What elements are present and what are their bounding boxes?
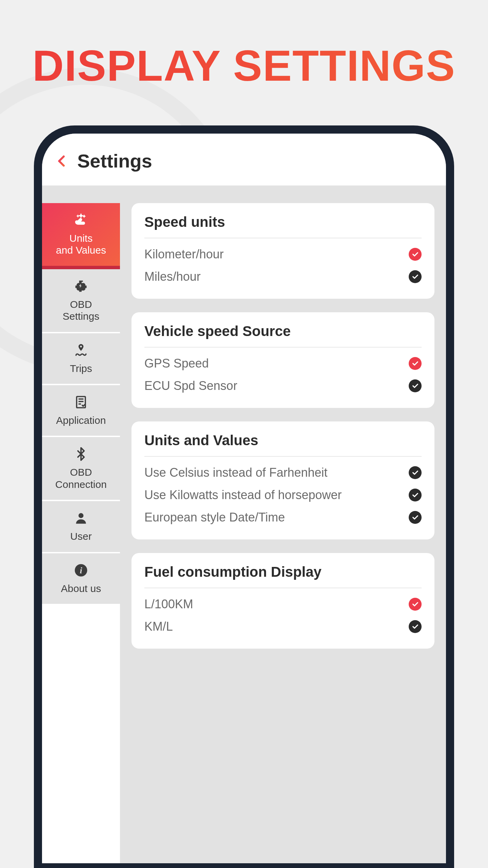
sidebar-item-label: User <box>70 530 92 542</box>
card-vehicle-speed-source: Vehicle speed Source GPS Speed ECU Spd S… <box>131 312 434 408</box>
option-label: L/100KM <box>144 597 193 611</box>
option-label: KM/L <box>144 619 173 634</box>
svg-point-4 <box>79 513 84 518</box>
check-unselected-icon <box>409 489 422 501</box>
sidebar-item-trips[interactable]: Trips <box>42 333 120 385</box>
option-label: European style Date/Time <box>144 510 285 525</box>
check-selected-icon <box>409 357 422 370</box>
sidebar-item-obd-connection[interactable]: OBDConnection <box>42 437 120 501</box>
sidebar-item-label: Trips <box>70 362 92 374</box>
person-icon <box>74 511 88 526</box>
option-gps-speed[interactable]: GPS Speed <box>144 352 422 375</box>
option-miles-hour[interactable]: Miles/hour <box>144 265 422 288</box>
sidebar-item-label: OBDConnection <box>55 466 107 490</box>
check-unselected-icon <box>409 379 422 392</box>
phone-screen: Settings Unitsand Values <box>42 134 446 863</box>
card-speed-units: Speed units Kilometer/hour Miles/hour <box>131 203 434 299</box>
option-kilometer-hour[interactable]: Kilometer/hour <box>144 243 422 265</box>
sidebar-item-obd-settings[interactable]: OBDSettings <box>42 269 120 333</box>
option-label: Use Celsius instead of Farhenheit <box>144 466 327 480</box>
option-celsius[interactable]: Use Celsius instead of Farhenheit <box>144 461 422 484</box>
app-body: Unitsand Values OBDSettings <box>42 186 446 863</box>
card-title: Units and Values <box>144 432 422 457</box>
header-title: Settings <box>77 150 152 172</box>
sidebar-item-label: About us <box>61 583 101 594</box>
sidebar-item-label: Unitsand Values <box>56 232 106 256</box>
check-unselected-icon <box>409 466 422 479</box>
phone-frame: Settings Unitsand Values <box>34 125 454 868</box>
sidebar-item-about[interactable]: i About us <box>42 553 120 605</box>
option-km-l[interactable]: KM/L <box>144 615 422 638</box>
sidebar: Unitsand Values OBDSettings <box>42 186 120 863</box>
option-label: GPS Speed <box>144 356 209 371</box>
option-label: Use Kilowatts instead of horsepower <box>144 488 342 502</box>
sparkle-hand-icon <box>74 213 88 228</box>
option-european-date[interactable]: European style Date/Time <box>144 506 422 529</box>
route-pin-icon <box>74 343 88 358</box>
check-selected-icon <box>409 598 422 611</box>
option-kilowatts[interactable]: Use Kilowatts instead of horsepower <box>144 484 422 506</box>
engine-icon <box>74 279 88 294</box>
card-fuel-consumption: Fuel consumption Display L/100KM KM/L <box>131 553 434 649</box>
card-title: Fuel consumption Display <box>144 564 422 588</box>
sidebar-item-user[interactable]: User <box>42 501 120 553</box>
info-icon: i <box>74 563 88 578</box>
option-label: ECU Spd Sensor <box>144 379 237 393</box>
app-header: Settings <box>42 134 446 186</box>
document-check-icon <box>74 395 88 410</box>
check-unselected-icon <box>409 511 422 524</box>
sidebar-item-application[interactable]: Application <box>42 385 120 437</box>
option-ecu-spd-sensor[interactable]: ECU Spd Sensor <box>144 375 422 397</box>
page-title: DISPLAY SETTINGS <box>0 41 488 91</box>
sidebar-item-units-values[interactable]: Unitsand Values <box>42 203 120 269</box>
content-area: Speed units Kilometer/hour Miles/hour <box>120 186 446 863</box>
svg-text:i: i <box>80 566 82 575</box>
option-label: Miles/hour <box>144 270 201 284</box>
sidebar-filler <box>42 605 120 863</box>
card-title: Vehicle speed Source <box>144 323 422 348</box>
card-title: Speed units <box>144 214 422 238</box>
option-l-100km[interactable]: L/100KM <box>144 593 422 615</box>
bluetooth-icon <box>74 447 88 461</box>
sidebar-item-label: OBDSettings <box>63 298 99 322</box>
check-unselected-icon <box>409 620 422 633</box>
back-icon[interactable] <box>56 155 68 167</box>
check-unselected-icon <box>409 270 422 283</box>
sidebar-item-label: Application <box>56 414 106 426</box>
card-units-values: Units and Values Use Celsius instead of … <box>131 421 434 539</box>
check-selected-icon <box>409 248 422 261</box>
option-label: Kilometer/hour <box>144 247 224 261</box>
